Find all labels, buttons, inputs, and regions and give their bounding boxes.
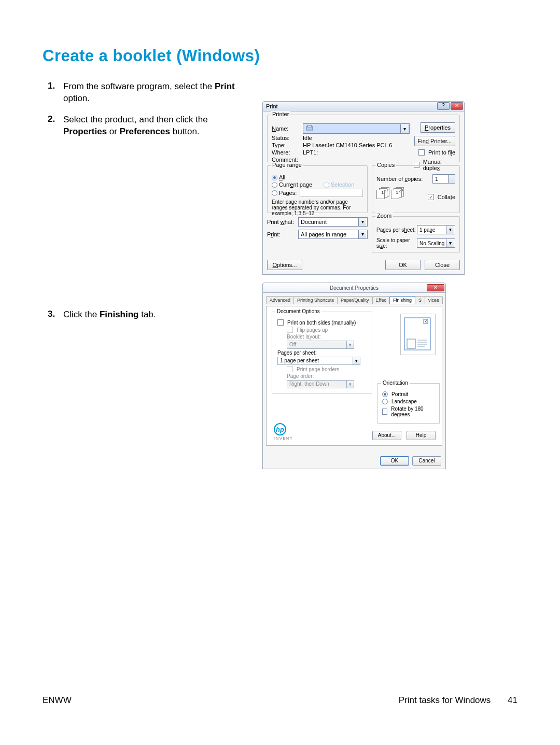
- dialog-body: Advanced Printing Shortcuts Paper/Qualit…: [262, 293, 446, 469]
- radio-all[interactable]: All: [272, 174, 363, 180]
- ok-button[interactable]: OK: [385, 260, 421, 270]
- radio-current[interactable]: Current page: [272, 181, 324, 188]
- svg-rect-1: [307, 125, 312, 127]
- svg-rect-2: [404, 318, 430, 350]
- step-text-seg: button.: [170, 126, 200, 136]
- cancel-button[interactable]: Cancel: [412, 456, 441, 466]
- print-dialog: Print ? ✕ Printer Name:: [262, 101, 465, 275]
- page-order-combo: Right, then Down: [287, 380, 354, 388]
- group-title: Printer: [271, 111, 290, 117]
- page-range-hint: Enter page numbers and/or page ranges se…: [272, 199, 363, 216]
- collate-icon: 321: [376, 188, 390, 200]
- step-text-seg: Click the: [63, 310, 100, 319]
- printer-name-combo[interactable]: [303, 123, 410, 134]
- pps-combo[interactable]: 1 page: [417, 225, 455, 234]
- group-title: Document Options: [275, 308, 321, 314]
- options-button[interactable]: Options...: [267, 260, 302, 270]
- page: Create a booklet (Windows) 1. From the s…: [0, 0, 560, 745]
- tab-printing-shortcuts[interactable]: Printing Shortcuts: [293, 296, 338, 304]
- flip-pages-up-checkbox: Flip pages up: [287, 327, 368, 333]
- dialog-title: Document Properties: [330, 285, 379, 291]
- status-value: Idle: [303, 135, 410, 141]
- tab-paper-quality[interactable]: Paper/Quality: [337, 296, 373, 304]
- close-dialog-button[interactable]: Close: [425, 260, 460, 270]
- scale-combo[interactable]: No Scaling: [417, 238, 455, 248]
- tab-services-2[interactable]: vices: [425, 296, 443, 304]
- booklet-layout-combo: Off: [287, 341, 354, 349]
- tab-advanced[interactable]: Advanced: [266, 296, 294, 304]
- footer-right: Print tasks for Windows 41: [399, 695, 517, 706]
- radio-icon: [272, 175, 277, 180]
- tab-finishing[interactable]: Finishing: [389, 296, 415, 304]
- radio-landscape[interactable]: Landscape: [382, 399, 435, 404]
- page-footer: ENWW Print tasks for Windows 41: [43, 695, 517, 706]
- print-label: Print:: [267, 231, 298, 237]
- step-text-seg: tab.: [138, 310, 156, 319]
- ok-button[interactable]: OK: [380, 456, 409, 466]
- hp-logo-icon: hp: [274, 423, 286, 435]
- find-printer-button[interactable]: Find Printer...: [414, 136, 455, 146]
- radio-icon: [382, 391, 388, 397]
- dialog-body: Printer Name: Status:Idle Type:HP LaserJ…: [262, 111, 465, 275]
- radio-icon: [382, 399, 388, 404]
- help-button[interactable]: ?: [437, 102, 450, 110]
- where-label: Where:: [272, 149, 303, 156]
- group-title: Orientation: [381, 380, 410, 386]
- radio-portrait[interactable]: Portrait: [382, 391, 435, 397]
- about-button[interactable]: About...: [372, 431, 401, 440]
- copies-group: Copies Number of copies: 1 321 321 ✓: [372, 165, 460, 213]
- dialog-titlebar[interactable]: Document Properties ✕: [262, 283, 446, 293]
- collate-icon: 321: [391, 188, 404, 200]
- tab-panel: Document Options Print on both sides (ma…: [266, 306, 442, 446]
- hp-logo: hp I N V E N T: [274, 423, 292, 440]
- group-title: Copies: [375, 162, 396, 168]
- help-button[interactable]: Help: [407, 431, 436, 440]
- print-range-combo[interactable]: All pages in range: [298, 230, 368, 239]
- step-text-seg: option.: [63, 93, 90, 103]
- tab-effects[interactable]: Effec: [372, 296, 390, 304]
- close-button[interactable]: ✕: [451, 102, 463, 110]
- zoom-group: Zoom Pages per sheet: 1 page Scale to pa…: [372, 216, 460, 252]
- collate-checkbox[interactable]: ✓Collate: [428, 194, 455, 200]
- close-button[interactable]: ✕: [427, 284, 444, 291]
- step-text: Click the Finishing tab.: [63, 309, 156, 321]
- radio-selection: Selection: [324, 181, 354, 188]
- dialog-titlebar[interactable]: Print ? ✕: [262, 101, 465, 111]
- preview-icon: [404, 317, 432, 352]
- group-title: Page range: [271, 162, 303, 168]
- rotate-checkbox[interactable]: Rotate by 180 degrees: [382, 406, 435, 417]
- step-text-bold: Print: [215, 81, 235, 91]
- copies-label: Number of copies:: [376, 176, 432, 182]
- radio-icon: [272, 182, 277, 188]
- page-title: Create a booklet (Windows): [43, 47, 517, 65]
- status-label: Status:: [272, 135, 303, 141]
- step-text-bold: Properties: [63, 126, 107, 136]
- page-number: 41: [508, 695, 517, 705]
- radio-pages[interactable]: Pages:: [272, 189, 363, 197]
- tab-strip: Advanced Printing Shortcuts Paper/Qualit…: [266, 296, 442, 304]
- print-what-label: Print what:: [267, 219, 298, 225]
- tab-services-1[interactable]: S: [415, 296, 425, 304]
- print-to-file-checkbox[interactable]: Print to file: [418, 149, 455, 156]
- document-options-group: Document Options Print on both sides (ma…: [272, 312, 372, 394]
- print-what-combo[interactable]: Document: [298, 217, 368, 227]
- page-order-label: Page order:: [287, 373, 368, 379]
- step-number: 3.: [48, 309, 63, 319]
- type-label: Type:: [272, 142, 303, 148]
- radio-icon: [324, 182, 329, 188]
- type-value: HP LaserJet CM1410 Series PCL 6: [303, 142, 410, 148]
- page-range-group: Page range All Current page Selection Pa…: [267, 165, 368, 213]
- name-label: Name:: [272, 125, 303, 132]
- page-preview: [400, 314, 436, 355]
- pages-per-sheet-combo[interactable]: 1 page per sheet: [277, 357, 360, 365]
- print-both-sides-checkbox[interactable]: Print on both sides (manually): [277, 319, 368, 326]
- scale-label: Scale to paper size:: [376, 237, 417, 249]
- copies-input[interactable]: 1: [432, 174, 455, 184]
- pages-input[interactable]: [300, 189, 363, 197]
- printer-icon: [305, 125, 315, 132]
- properties-button[interactable]: Properties: [420, 122, 455, 133]
- printer-group: Printer Name: Status:Idle Type:HP LaserJ…: [267, 115, 460, 162]
- step-text: From the software program, select the Pr…: [63, 81, 250, 105]
- pages-per-sheet-label: Pages per sheet:: [277, 350, 368, 356]
- group-title: Zoom: [375, 213, 393, 219]
